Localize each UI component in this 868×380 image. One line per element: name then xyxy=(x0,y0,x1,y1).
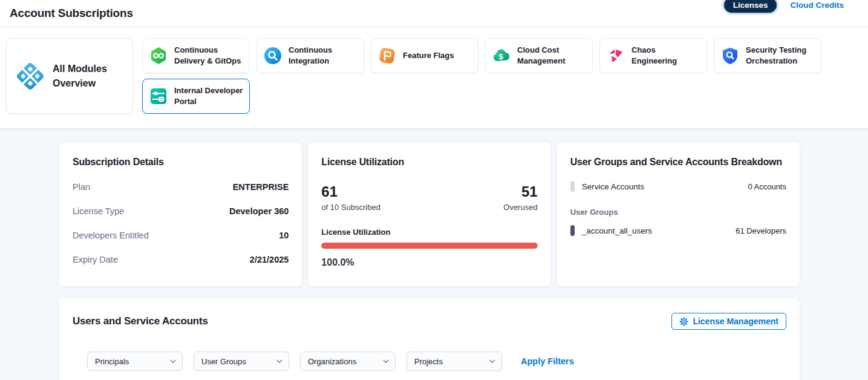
module-chip-feature-flags[interactable]: Feature Flags xyxy=(371,38,478,73)
chevron-down-icon xyxy=(276,359,282,363)
chevron-down-icon xyxy=(489,359,495,363)
security-icon xyxy=(720,46,740,65)
module-chip-label: Cloud Cost Management xyxy=(517,45,586,66)
license-utilization-title: License Utilization xyxy=(321,157,537,168)
overused-count: 51 xyxy=(503,183,537,200)
license-utilization-card: License Utilization 61 of 10 Subscribed … xyxy=(307,142,551,287)
breakdown-card: User Groups and Service Accounts Breakdo… xyxy=(556,142,800,287)
breakdown-title: User Groups and Service Accounts Breakdo… xyxy=(570,157,786,168)
cloud-cost-icon: $ xyxy=(492,46,511,65)
module-chip-cloud-cost[interactable]: $ Cloud Cost Management xyxy=(485,38,593,73)
license-management-button[interactable]: License Management xyxy=(671,313,786,330)
detail-label: Plan xyxy=(73,182,90,192)
detail-value: Developer 360 xyxy=(229,206,289,216)
utilization-progress-fill xyxy=(321,243,537,249)
user-groups-filter-dropdown[interactable]: User Groups xyxy=(194,352,289,371)
module-chip-label: Security Testing Orchestration xyxy=(746,45,815,66)
module-chip-grid: Continuous Delivery & GitOps Continuous … xyxy=(142,38,832,114)
module-chip-internal-developer-portal[interactable]: Internal Developer Portal xyxy=(142,79,250,114)
subscription-details-title: Subscription Details xyxy=(73,157,289,168)
utilization-percent: 100.0% xyxy=(321,257,537,268)
principals-filter-dropdown[interactable]: Principals xyxy=(87,352,183,371)
module-chip-continuous-integration[interactable]: Continuous Integration xyxy=(256,38,364,73)
chaos-icon xyxy=(606,46,625,65)
filters-row: Principals User Groups Organizations Pro… xyxy=(87,352,786,371)
detail-value: 10 xyxy=(279,231,289,240)
user-group-marker xyxy=(570,225,575,236)
gear-icon xyxy=(679,317,688,326)
users-service-accounts-card: Users and Service Accounts License Manag… xyxy=(59,298,800,380)
module-chip-label: Chaos Engineering xyxy=(631,45,700,66)
feature-flags-icon xyxy=(377,46,397,65)
users-section-title: Users and Service Accounts xyxy=(73,315,208,327)
module-picker-band: All Modules Overview Continuous Delivery… xyxy=(0,27,868,129)
service-accounts-row: Service Accounts 0 Accounts xyxy=(570,181,786,192)
subscription-details-card: Subscription Details Plan ENTERPRISE Lic… xyxy=(59,142,302,287)
header-tabs: Licenses Cloud Credits xyxy=(724,0,844,13)
user-group-name: _account_all_users xyxy=(582,226,652,235)
detail-row-plan: Plan ENTERPRISE xyxy=(73,182,289,192)
filter-label: User Groups xyxy=(201,357,246,366)
user-groups-section-label: User Groups xyxy=(570,208,786,217)
chevron-down-icon xyxy=(383,359,389,363)
detail-label: Developers Entitled xyxy=(73,231,149,240)
detail-label: Expiry Date xyxy=(73,255,118,264)
module-chip-label: Continuous Integration xyxy=(289,45,357,66)
module-chip-security-testing[interactable]: Security Testing Orchestration xyxy=(714,38,821,73)
used-block: 61 of 10 Subscribed xyxy=(321,183,380,212)
detail-value: 2/21/2025 xyxy=(250,255,289,264)
used-count: 61 xyxy=(321,183,380,200)
ci-icon xyxy=(263,46,282,65)
apply-filters-link[interactable]: Apply Filters xyxy=(521,356,574,366)
service-accounts-marker xyxy=(570,181,575,192)
filter-label: Organizations xyxy=(308,357,356,366)
module-chip-continuous-delivery[interactable]: Continuous Delivery & GitOps xyxy=(142,38,250,73)
user-group-value: 61 Developers xyxy=(736,226,786,235)
projects-filter-dropdown[interactable]: Projects xyxy=(406,352,502,371)
detail-label: License Type xyxy=(73,206,124,216)
organizations-filter-dropdown[interactable]: Organizations xyxy=(300,352,396,371)
overused-block: 51 Overused xyxy=(503,183,537,212)
utilization-numbers: 61 of 10 Subscribed 51 Overused xyxy=(321,183,537,212)
all-modules-overview-card[interactable]: All Modules Overview xyxy=(6,38,133,114)
subscription-details-rows: Plan ENTERPRISE License Type Developer 3… xyxy=(73,182,289,264)
detail-row-license-type: License Type Developer 360 xyxy=(73,206,289,216)
filter-label: Projects xyxy=(414,357,443,366)
license-management-label: License Management xyxy=(693,316,778,326)
service-accounts-label: Service Accounts xyxy=(582,182,645,191)
utilization-progress-track xyxy=(321,243,537,249)
page-title: Account Subscriptions xyxy=(10,7,133,20)
module-chip-label: Internal Developer Portal xyxy=(174,85,243,106)
chevron-down-icon xyxy=(170,359,176,363)
module-chip-chaos-engineering[interactable]: Chaos Engineering xyxy=(599,38,707,73)
module-chip-label: Continuous Delivery & GitOps xyxy=(174,45,243,66)
idp-icon xyxy=(149,87,168,106)
service-accounts-value: 0 Accounts xyxy=(748,182,786,191)
detail-row-developers-entitled: Developers Entitled 10 xyxy=(73,231,289,240)
users-section-header: Users and Service Accounts License Manag… xyxy=(73,313,786,330)
top-header: Account Subscriptions Licenses Cloud Cre… xyxy=(0,0,868,27)
overused-caption: Overused xyxy=(503,203,537,212)
cd-icon xyxy=(149,46,168,65)
tab-cloud-credits[interactable]: Cloud Credits xyxy=(790,1,844,10)
used-caption: of 10 Subscribed xyxy=(321,203,380,212)
all-modules-overview-label: All Modules Overview xyxy=(53,62,124,91)
utilization-bar-label: License Utilization xyxy=(321,228,537,237)
filter-label: Principals xyxy=(95,357,129,366)
tab-licenses[interactable]: Licenses xyxy=(724,0,777,13)
summary-cards-row: Subscription Details Plan ENTERPRISE Lic… xyxy=(59,142,800,287)
detail-value: ENTERPRISE xyxy=(233,182,289,192)
module-chip-label: Feature Flags xyxy=(403,50,454,61)
user-group-row: _account_all_users 61 Developers xyxy=(570,225,786,236)
svg-text:$: $ xyxy=(498,52,503,61)
all-modules-icon xyxy=(15,61,45,91)
detail-row-expiry-date: Expiry Date 2/21/2025 xyxy=(73,255,289,264)
